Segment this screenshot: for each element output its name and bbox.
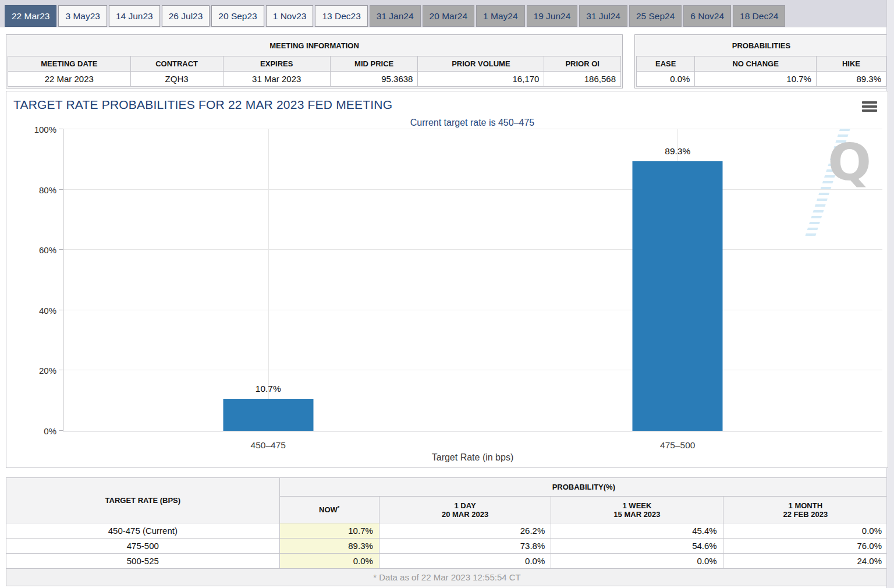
- chart-menu-hamburger-icon[interactable]: [862, 101, 877, 113]
- tab-18-dec24[interactable]: 18 Dec24: [733, 5, 785, 27]
- prior-oi-value: 186,568: [544, 72, 621, 87]
- one-day-date: 20 MAR 2023: [383, 510, 547, 519]
- target-rate-label: 475-500: [6, 539, 280, 554]
- target-rate-label: 500-525: [6, 554, 280, 569]
- ease-header: EASE: [637, 56, 695, 72]
- y-tick-label: 0%: [44, 426, 56, 436]
- mid-price-value: 95.3638: [330, 72, 418, 87]
- y-gridline: [63, 129, 882, 129]
- tab-3-may23[interactable]: 3 May23: [58, 5, 107, 27]
- y-tick-label: 40%: [39, 305, 56, 315]
- tab-22-mar23[interactable]: 22 Mar23: [5, 5, 56, 27]
- target-rate-label: 450-475 (Current): [6, 523, 280, 539]
- info-panels-row: MEETING INFORMATION MEETING DATE CONTRAC…: [6, 34, 888, 88]
- week-probability: 45.4%: [551, 523, 723, 539]
- no-change-header: NO CHANGE: [695, 56, 816, 72]
- bar-chart-plot-area: 0%20%40%60%80%100%10.7%450–47589.3%475–5…: [63, 129, 882, 431]
- table-row-450-475: 450-475 (Current) 10.7% 26.2% 45.4% 0.0%: [6, 523, 888, 539]
- one-month-date: 22 FEB 2023: [727, 510, 884, 519]
- y-tick-label: 60%: [39, 245, 56, 255]
- no-change-value: 10.7%: [695, 72, 816, 87]
- tab-31-jan24[interactable]: 31 Jan24: [370, 5, 421, 27]
- y-gridline: [63, 189, 882, 190]
- y-tick-mark: [59, 310, 63, 310]
- now-column-header: NOW*: [279, 497, 379, 523]
- now-probability: 10.7%: [279, 523, 379, 539]
- tab-14-jun23[interactable]: 14 Jun23: [109, 5, 160, 27]
- expires-header: EXPIRES: [223, 56, 330, 72]
- hike-header: HIKE: [816, 56, 886, 72]
- week-probability: 0.0%: [551, 554, 723, 569]
- y-tick-mark: [59, 249, 63, 250]
- one-month-label: 1 MONTH: [727, 501, 884, 510]
- chart-subtitle: Current target rate is 450–475: [63, 118, 882, 128]
- one-week-column-header: 1 WEEK 15 MAR 2023: [551, 497, 723, 523]
- y-tick-mark: [59, 370, 63, 370]
- y-tick-mark: [59, 430, 63, 431]
- now-probability: 0.0%: [279, 554, 379, 569]
- bar-value-label: 89.3%: [665, 146, 690, 157]
- y-gridline: [63, 249, 882, 250]
- one-week-date: 15 MAR 2023: [555, 510, 719, 519]
- tab-26-jul23[interactable]: 26 Jul23: [162, 5, 210, 27]
- meeting-information-table: MEETING DATE CONTRACT EXPIRES MID PRICE …: [8, 56, 621, 87]
- ease-value: 0.0%: [637, 72, 695, 87]
- meeting-information-values-row: 22 Mar 2023 ZQH3 31 Mar 2023 95.3638 16,…: [8, 72, 621, 87]
- prior-volume-header: PRIOR VOLUME: [418, 56, 544, 72]
- tab-1-may24[interactable]: 1 May24: [476, 5, 524, 27]
- bar-450-475: [223, 399, 313, 431]
- mid-price-header: MID PRICE: [330, 56, 418, 72]
- tab-20-sep23[interactable]: 20 Sep23: [211, 5, 264, 27]
- y-tick-label: 100%: [34, 125, 56, 134]
- probability-pct-group-header: PROBABILITY(%): [279, 478, 888, 497]
- one-month-column-header: 1 MONTH 22 FEB 2023: [723, 497, 888, 523]
- quikstrike-logo-watermark: Q: [828, 137, 871, 188]
- target-rate-chart-panel: TARGET RATE PROBABILITIES FOR 22 MAR 202…: [6, 91, 888, 468]
- contract-value: ZQH3: [130, 72, 223, 87]
- now-label: NOW: [319, 506, 338, 515]
- month-probability: 0.0%: [723, 523, 888, 539]
- tab-1-nov23[interactable]: 1 Nov23: [266, 5, 314, 27]
- chart-title: TARGET RATE PROBABILITIES FOR 22 MAR 202…: [13, 98, 392, 112]
- tab-19-jun24[interactable]: 19 Jun24: [527, 5, 578, 27]
- meeting-information-title: MEETING INFORMATION: [8, 36, 621, 56]
- meeting-information-panel: MEETING INFORMATION MEETING DATE CONTRAC…: [6, 34, 623, 88]
- y-tick-label: 20%: [39, 366, 56, 376]
- month-probability: 24.0%: [723, 554, 888, 569]
- probabilities-table: EASE NO CHANGE HIKE 0.0% 10.7% 89.3%: [636, 56, 886, 87]
- week-probability: 54.6%: [551, 539, 723, 554]
- contract-header: CONTRACT: [130, 56, 223, 72]
- day-probability: 0.0%: [379, 554, 551, 569]
- tab-20-mar24[interactable]: 20 Mar24: [423, 5, 474, 27]
- prior-volume-value: 16,170: [418, 72, 544, 87]
- one-day-column-header: 1 DAY 20 MAR 2023: [379, 497, 551, 523]
- tab-31-jul24[interactable]: 31 Jul24: [579, 5, 627, 27]
- y-gridline: [63, 370, 882, 370]
- meeting-date-header: MEETING DATE: [8, 56, 131, 72]
- hike-value: 89.3%: [816, 72, 886, 87]
- now-asterisk: *: [338, 505, 340, 511]
- x-tick-label: 450–475: [251, 440, 286, 451]
- meeting-date-value: 22 Mar 2023: [8, 72, 131, 87]
- y-tick-mark: [59, 129, 63, 129]
- probabilities-title: PROBABILITIES: [636, 36, 886, 56]
- one-day-label: 1 DAY: [383, 501, 547, 510]
- bar-475-500: [633, 161, 723, 431]
- expires-value: 31 Mar 2023: [223, 72, 330, 87]
- one-week-label: 1 WEEK: [555, 501, 719, 510]
- now-probability: 89.3%: [279, 539, 379, 554]
- probabilities-values-row: 0.0% 10.7% 89.3%: [637, 72, 886, 87]
- tab-25-sep24[interactable]: 25 Sep24: [629, 5, 682, 27]
- meeting-tab-bar: 22 Mar233 May2314 Jun2326 Jul2320 Sep231…: [0, 0, 894, 27]
- probabilities-panel: PROBABILITIES EASE NO CHANGE HIKE 0.0% 1…: [634, 34, 888, 88]
- probability-history-table: TARGET RATE (BPS) PROBABILITY(%) NOW* 1 …: [6, 477, 888, 586]
- prior-oi-header: PRIOR OI: [544, 56, 621, 72]
- target-rate-bps-header: TARGET RATE (BPS): [6, 478, 280, 523]
- table-row-500-525: 500-525 0.0% 0.0% 0.0% 24.0%: [6, 554, 888, 569]
- day-probability: 26.2%: [379, 523, 551, 539]
- tab-13-dec23[interactable]: 13 Dec23: [315, 5, 367, 27]
- bar-value-label: 10.7%: [256, 384, 281, 394]
- tab-6-nov24[interactable]: 6 Nov24: [683, 5, 731, 27]
- x-axis-title: Target Rate (in bps): [63, 452, 882, 463]
- y-tick-label: 80%: [39, 185, 56, 194]
